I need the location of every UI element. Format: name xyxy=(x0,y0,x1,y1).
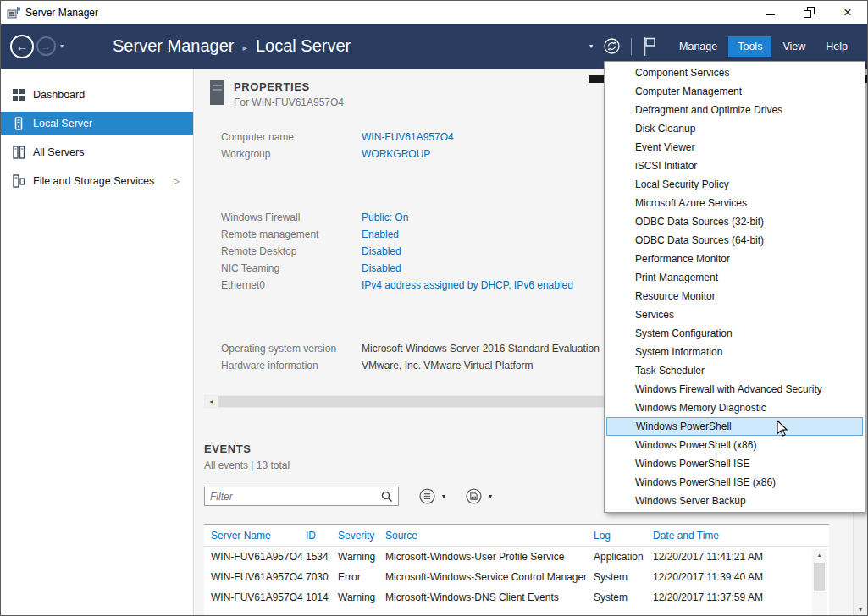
filter-input[interactable] xyxy=(210,491,381,503)
property-value-link[interactable]: Disabled xyxy=(362,245,401,257)
cell-id: 7030 xyxy=(306,571,338,583)
column-header-id[interactable]: ID xyxy=(306,530,338,542)
property-value-link[interactable]: WORKGROUP xyxy=(362,148,430,160)
cell-date-time: 12/20/2017 11:39:40 AM xyxy=(653,571,829,583)
scroll-left-button[interactable]: ◂ xyxy=(205,396,218,407)
events-table: Server Name ID Severity Source Log Date … xyxy=(204,524,829,616)
property-value-link[interactable]: Disabled xyxy=(362,262,401,274)
properties-title: PROPERTIES xyxy=(234,80,344,93)
scroll-down-button[interactable]: ▾ xyxy=(854,606,867,613)
column-header-date-time[interactable]: Date and Time xyxy=(653,530,829,542)
back-button[interactable]: ← xyxy=(10,35,34,58)
column-header-log[interactable]: Log xyxy=(594,530,653,542)
cell-log: System xyxy=(594,591,653,603)
tools-menu-item-print-management[interactable]: Print Management xyxy=(605,268,865,287)
menu-tools[interactable]: Tools xyxy=(728,36,771,57)
property-label: Operating system version xyxy=(221,343,362,355)
tools-menu-item-defragment[interactable]: Defragment and Optimize Drives xyxy=(605,101,865,119)
tools-menu-item-windows-powershell-ise[interactable]: Windows PowerShell ISE xyxy=(605,454,865,473)
sidebar-item-all-servers[interactable]: All Servers xyxy=(1,140,193,163)
nav-history-caret-icon[interactable]: ▾ xyxy=(60,42,64,50)
cell-severity: Warning xyxy=(338,591,385,603)
scroll-up-button[interactable]: ▴ xyxy=(812,549,827,561)
tools-menu-item-task-scheduler[interactable]: Task Scheduler xyxy=(605,361,865,380)
events-vertical-scrollbar[interactable]: ▴ xyxy=(812,549,827,616)
tools-menu-item-windows-powershell-ise-x86[interactable]: Windows PowerShell ISE (x86) xyxy=(605,473,865,492)
maximize-button[interactable] xyxy=(789,1,828,24)
event-row[interactable]: WIN-FUV61A957O4 1014 Warning Microsoft-W… xyxy=(204,587,829,608)
search-icon[interactable] xyxy=(381,491,393,503)
cell-source: Microsoft-Windows-User Profile Service xyxy=(385,551,594,563)
expand-chevron-icon[interactable]: ▷ xyxy=(174,177,180,185)
event-row[interactable]: WIN-FUV61A957O4 1534 Warning Microsoft-W… xyxy=(204,547,829,567)
minimize-button[interactable] xyxy=(750,1,789,24)
tools-menu-item-resource-monitor[interactable]: Resource Monitor xyxy=(605,287,865,305)
cell-source: Microsoft-Windows-Service Control Manage… xyxy=(385,571,594,583)
tools-menu-item-performance-monitor[interactable]: Performance Monitor xyxy=(605,250,865,268)
property-value-link[interactable]: IPv4 address assigned by DHCP, IPv6 enab… xyxy=(362,279,573,291)
tools-menu-item-iscsi-initiator[interactable]: iSCSI Initiator xyxy=(605,157,865,175)
tools-menu-item-services[interactable]: Services xyxy=(605,305,865,324)
server-icon xyxy=(12,117,25,130)
menu-view[interactable]: View xyxy=(773,36,815,57)
property-label: Computer name xyxy=(221,131,362,143)
sidebar-item-label: Local Server xyxy=(33,118,92,129)
column-header-server-name[interactable]: Server Name xyxy=(204,530,306,542)
tools-menu-item-local-security-policy[interactable]: Local Security Policy xyxy=(605,175,865,194)
sidebar-item-dashboard[interactable]: Dashboard xyxy=(1,83,193,106)
tools-menu-item-microsoft-azure-services[interactable]: Microsoft Azure Services xyxy=(605,194,865,212)
header-toolbar: ▾ Manage Too xyxy=(589,36,867,57)
tools-menu-item-windows-powershell-x86[interactable]: Windows PowerShell (x86) xyxy=(605,436,865,454)
saved-queries-dropdown-button[interactable]: ▾ xyxy=(419,488,445,504)
sidebar-item-local-server[interactable]: Local Server xyxy=(1,112,193,135)
tools-menu-item-component-services[interactable]: Component Services xyxy=(605,63,865,82)
column-header-severity[interactable]: Severity xyxy=(338,530,385,542)
breadcrumb-root[interactable]: Server Manager xyxy=(113,36,234,56)
tools-menu-item-windows-firewall-advanced[interactable]: Windows Firewall with Advanced Security xyxy=(605,380,865,399)
file-storage-icon xyxy=(12,174,25,188)
cell-log: System xyxy=(594,571,653,583)
caret-down-icon: ▾ xyxy=(489,492,492,500)
menu-manage[interactable]: Manage xyxy=(670,36,727,57)
property-value-link[interactable]: WIN-FUV61A957O4 xyxy=(362,131,454,143)
refresh-button[interactable] xyxy=(604,38,620,54)
cell-server-name: WIN-FUV61A957O4 xyxy=(204,591,306,603)
tools-menu-item-system-information[interactable]: System Information xyxy=(605,343,865,361)
sidebar-item-label: File and Storage Services xyxy=(33,175,154,187)
properties-subtitle: For WIN-FUV61A957O4 xyxy=(234,96,344,108)
tools-menu-item-event-viewer[interactable]: Event Viewer xyxy=(605,138,865,157)
property-label: Workgroup xyxy=(221,148,362,160)
scope-caret-icon[interactable]: ▾ xyxy=(589,42,593,50)
scrollbar-thumb[interactable] xyxy=(814,563,825,591)
menu-help[interactable]: Help xyxy=(816,36,857,57)
tools-dropdown-menu: Component Services Computer Management D… xyxy=(604,61,865,513)
tools-menu-item-odbc-32[interactable]: ODBC Data Sources (32-bit) xyxy=(605,212,865,231)
save-icon xyxy=(466,488,482,504)
property-value-link[interactable]: Public: On xyxy=(362,212,408,223)
property-label: Ethernet0 xyxy=(221,279,362,291)
cell-log: Application xyxy=(594,551,653,563)
tools-menu-item-windows-server-backup[interactable]: Windows Server Backup xyxy=(605,492,865,510)
cell-date-time: 12/20/2017 11:41:21 AM xyxy=(653,551,829,563)
save-query-dropdown-button[interactable]: ▾ xyxy=(466,488,492,504)
refresh-icon xyxy=(604,38,620,54)
column-header-source[interactable]: Source xyxy=(385,530,594,542)
sidebar: Dashboard Local Server xyxy=(1,69,194,615)
app-icon xyxy=(7,6,20,19)
tools-menu-item-windows-memory-diagnostic[interactable]: Windows Memory Diagnostic xyxy=(605,399,865,417)
tools-menu-item-odbc-64[interactable]: ODBC Data Sources (64-bit) xyxy=(605,231,865,250)
breadcrumb: Server Manager ▸ Local Server xyxy=(113,36,351,56)
filter-field xyxy=(204,487,399,506)
close-button[interactable]: × xyxy=(828,1,867,24)
forward-button[interactable]: → xyxy=(36,36,56,56)
tools-menu-item-computer-management[interactable]: Computer Management xyxy=(605,82,865,101)
tools-menu-item-windows-powershell[interactable]: Windows PowerShell xyxy=(606,417,863,436)
tools-menu-item-disk-cleanup[interactable]: Disk Cleanup xyxy=(605,119,865,138)
notifications-flag-button[interactable] xyxy=(643,36,656,57)
sidebar-item-file-storage-services[interactable]: File and Storage Services ▷ xyxy=(1,169,193,192)
scrollbar-thumb[interactable] xyxy=(218,396,645,407)
event-row[interactable]: WIN-FUV61A957O4 7030 Error Microsoft-Win… xyxy=(204,567,829,587)
restore-icon xyxy=(804,7,815,18)
property-value-link[interactable]: Enabled xyxy=(362,228,399,240)
tools-menu-item-system-configuration[interactable]: System Configuration xyxy=(605,324,865,343)
